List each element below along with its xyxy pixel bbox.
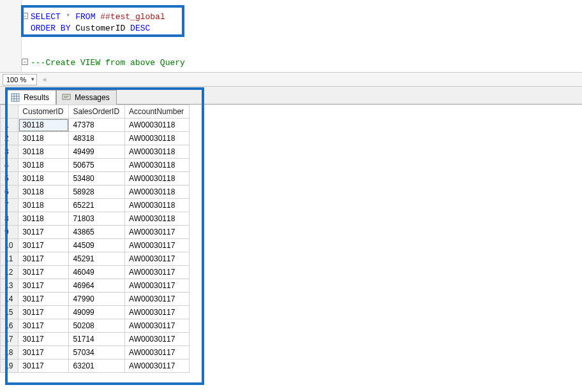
cell-salesorderid[interactable]: 58928 [69, 185, 125, 199]
row-number[interactable]: 17 [1, 333, 19, 346]
tab-messages[interactable]: Messages [56, 90, 117, 105]
row-number[interactable]: 8 [1, 212, 19, 226]
col-header-accountnumber[interactable]: AccountNumber [125, 105, 190, 119]
table-row[interactable]: 193011763201AW00030117 [1, 359, 190, 373]
table-row[interactable]: 13011847378AW00030118 [1, 119, 190, 132]
row-number[interactable]: 9 [1, 226, 19, 239]
cell-salesorderid[interactable]: 51714 [69, 333, 125, 346]
row-number[interactable]: 1 [1, 119, 19, 132]
col-header-customerid[interactable]: CustomerID [19, 105, 69, 119]
cell-accountnumber[interactable]: AW00030117 [125, 266, 190, 279]
table-row[interactable]: 103011744509AW00030117 [1, 239, 190, 252]
sql-editor[interactable]: − − SELECT * FROM ##test_global ORDER BY… [0, 0, 582, 73]
cell-salesorderid[interactable]: 50208 [69, 319, 125, 333]
table-row[interactable]: 153011749099AW00030117 [1, 306, 190, 319]
row-number[interactable]: 19 [1, 359, 19, 373]
table-row[interactable]: 33011849499AW00030118 [1, 145, 190, 159]
sql-line-2[interactable]: ORDER BY CustomerID DESC [22, 23, 185, 34]
table-row[interactable]: 43011850675AW00030118 [1, 159, 190, 172]
cell-accountnumber[interactable]: AW00030118 [125, 145, 190, 159]
cell-salesorderid[interactable]: 49499 [69, 145, 125, 159]
cell-customerid[interactable]: 30118 [19, 132, 69, 145]
sql-blank-line[interactable] [22, 34, 185, 46]
cell-customerid[interactable]: 30117 [19, 359, 69, 373]
table-row[interactable]: 143011747990AW00030117 [1, 293, 190, 306]
table-row[interactable]: 123011746049AW00030117 [1, 266, 190, 279]
table-row[interactable]: 83011871803AW00030118 [1, 212, 190, 226]
table-row[interactable]: 23011848318AW00030118 [1, 132, 190, 145]
code-lines[interactable]: SELECT * FROM ##test_global ORDER BY Cus… [22, 0, 185, 69]
cell-customerid[interactable]: 30118 [19, 172, 69, 185]
cell-customerid[interactable]: 30117 [19, 306, 69, 319]
tab-results[interactable]: Results [5, 90, 56, 105]
cell-customerid[interactable]: 30118 [19, 119, 69, 132]
cell-salesorderid[interactable]: 46049 [69, 266, 125, 279]
cell-salesorderid[interactable]: 43865 [69, 226, 125, 239]
cell-accountnumber[interactable]: AW00030117 [125, 346, 190, 359]
cell-accountnumber[interactable]: AW00030117 [125, 293, 190, 306]
row-number[interactable]: 7 [1, 199, 19, 212]
cell-salesorderid[interactable]: 63201 [69, 359, 125, 373]
cell-customerid[interactable]: 30118 [19, 145, 69, 159]
cell-salesorderid[interactable]: 44509 [69, 239, 125, 252]
cell-salesorderid[interactable]: 47990 [69, 293, 125, 306]
cell-accountnumber[interactable]: AW00030118 [125, 199, 190, 212]
row-number[interactable]: 18 [1, 346, 19, 359]
row-number[interactable]: 10 [1, 239, 19, 252]
cell-customerid[interactable]: 30117 [19, 346, 69, 359]
cell-salesorderid[interactable]: 47378 [69, 119, 125, 132]
cell-customerid[interactable]: 30118 [19, 159, 69, 172]
cell-salesorderid[interactable]: 71803 [69, 212, 125, 226]
table-row[interactable]: 53011853480AW00030118 [1, 172, 190, 185]
cell-salesorderid[interactable]: 57034 [69, 346, 125, 359]
col-header-salesorderid[interactable]: SalesOrderID [69, 105, 125, 119]
cell-salesorderid[interactable]: 46964 [69, 279, 125, 293]
cell-customerid[interactable]: 30117 [19, 293, 69, 306]
table-row[interactable]: 113011745291AW00030117 [1, 252, 190, 266]
cell-accountnumber[interactable]: AW00030117 [125, 333, 190, 346]
sql-blank-line[interactable] [22, 46, 185, 57]
cell-customerid[interactable]: 30117 [19, 239, 69, 252]
cell-customerid[interactable]: 30117 [19, 266, 69, 279]
cell-salesorderid[interactable]: 49099 [69, 306, 125, 319]
cell-accountnumber[interactable]: AW00030117 [125, 239, 190, 252]
cell-customerid[interactable]: 30117 [19, 226, 69, 239]
row-number[interactable]: 12 [1, 266, 19, 279]
cell-accountnumber[interactable]: AW00030117 [125, 359, 190, 373]
cell-accountnumber[interactable]: AW00030118 [125, 119, 190, 132]
table-row[interactable]: 183011757034AW00030117 [1, 346, 190, 359]
row-number[interactable]: 4 [1, 159, 19, 172]
cell-accountnumber[interactable]: AW00030118 [125, 132, 190, 145]
cell-customerid[interactable]: 30117 [19, 252, 69, 266]
sql-line-1[interactable]: SELECT * FROM ##test_global [22, 11, 185, 23]
table-row[interactable]: 63011858928AW00030118 [1, 185, 190, 199]
zoom-dropdown[interactable]: 100 % ▼ [3, 74, 37, 85]
table-row[interactable]: 163011750208AW00030117 [1, 319, 190, 333]
table-row[interactable]: 173011751714AW00030117 [1, 333, 190, 346]
cell-customerid[interactable]: 30117 [19, 319, 69, 333]
cell-accountnumber[interactable]: AW00030118 [125, 185, 190, 199]
row-number[interactable]: 5 [1, 172, 19, 185]
cell-salesorderid[interactable]: 45291 [69, 252, 125, 266]
cell-customerid[interactable]: 30118 [19, 185, 69, 199]
cell-salesorderid[interactable]: 65221 [69, 199, 125, 212]
row-number[interactable]: 3 [1, 145, 19, 159]
row-number[interactable]: 13 [1, 279, 19, 293]
sql-comment-line[interactable]: ---Create VIEW from above Query [22, 57, 185, 69]
results-grid[interactable]: CustomerID SalesOrderID AccountNumber 13… [0, 105, 190, 373]
cell-accountnumber[interactable]: AW00030118 [125, 172, 190, 185]
nav-left-icon[interactable]: ◄ [41, 76, 47, 83]
cell-accountnumber[interactable]: AW00030117 [125, 279, 190, 293]
table-row[interactable]: 133011746964AW00030117 [1, 279, 190, 293]
row-number[interactable]: 2 [1, 132, 19, 145]
cell-customerid[interactable]: 30118 [19, 212, 69, 226]
cell-customerid[interactable]: 30117 [19, 333, 69, 346]
row-number[interactable]: 16 [1, 319, 19, 333]
row-number[interactable]: 15 [1, 306, 19, 319]
cell-accountnumber[interactable]: AW00030117 [125, 226, 190, 239]
row-number[interactable]: 11 [1, 252, 19, 266]
table-row[interactable]: 73011865221AW00030118 [1, 199, 190, 212]
cell-customerid[interactable]: 30118 [19, 199, 69, 212]
row-number[interactable]: 14 [1, 293, 19, 306]
cell-salesorderid[interactable]: 53480 [69, 172, 125, 185]
